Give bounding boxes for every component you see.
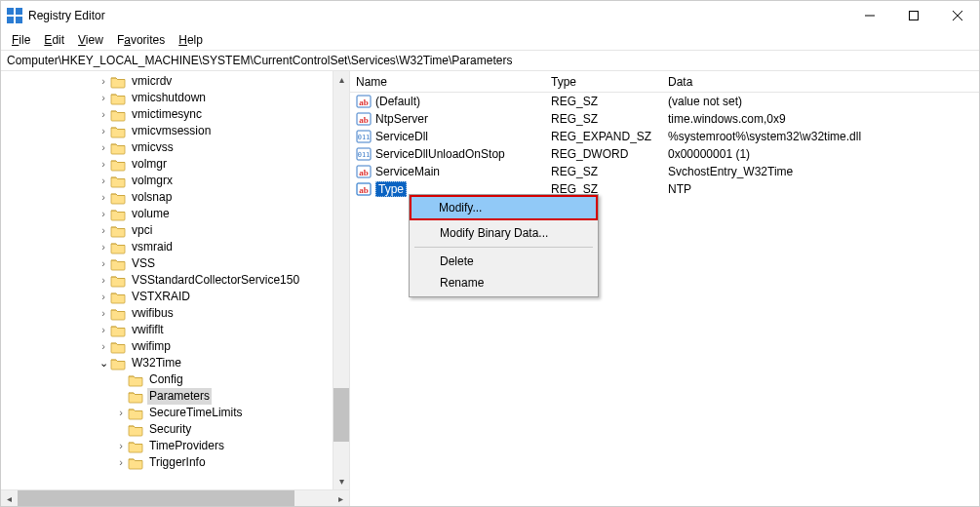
value-name: ServiceDll: [375, 130, 428, 143]
chevron-right-icon[interactable]: ›: [97, 123, 110, 139]
tree-item[interactable]: ›TimeProviders: [1, 438, 333, 454]
tree-item[interactable]: ›VSS: [1, 255, 333, 272]
value-type: REG_SZ: [545, 112, 662, 126]
value-row[interactable]: 011ServiceDllREG_EXPAND_SZ%systemroot%\s…: [350, 128, 979, 145]
value-data: %systemroot%\system32\w32time.dll: [662, 130, 979, 143]
chevron-down-icon[interactable]: ⌄: [97, 355, 110, 371]
scroll-up-button[interactable]: ▴: [333, 71, 349, 88]
menu-view[interactable]: View: [71, 31, 110, 49]
folder-icon: [128, 390, 143, 404]
minimize-button[interactable]: [847, 1, 891, 30]
chevron-right-icon[interactable]: ›: [97, 106, 110, 123]
tree-item[interactable]: ⌄W32Time: [1, 355, 333, 371]
tree-item[interactable]: ›vpci: [1, 222, 333, 239]
tree-item[interactable]: ›vmictimesync: [1, 106, 333, 123]
scroll-down-button[interactable]: ▾: [333, 473, 349, 489]
folder-icon: [128, 423, 143, 437]
menu-file[interactable]: File: [5, 31, 37, 49]
chevron-right-icon[interactable]: ›: [114, 454, 128, 471]
tree-horizontal-scrollbar[interactable]: ◂ ▸: [1, 489, 349, 506]
folder-icon: [110, 158, 126, 172]
chevron-right-icon[interactable]: ›: [97, 338, 110, 355]
chevron-right-icon[interactable]: ›: [97, 222, 110, 239]
tree-item[interactable]: ›TriggerInfo: [1, 454, 333, 471]
chevron-right-icon[interactable]: ›: [97, 272, 110, 289]
tree-item[interactable]: ›SecureTimeLimits: [1, 405, 333, 421]
scroll-thumb[interactable]: [333, 388, 349, 442]
column-name[interactable]: Name: [350, 75, 545, 89]
tree-item-label: vmicshutdown: [130, 90, 208, 106]
tree-item[interactable]: ›vwififlt: [1, 322, 333, 338]
string-value-icon: ab: [356, 111, 372, 127]
chevron-right-icon[interactable]: ›: [114, 405, 128, 421]
tree-item[interactable]: ›volmgr: [1, 156, 333, 173]
scroll-thumb[interactable]: [18, 490, 294, 506]
column-data[interactable]: Data: [662, 75, 979, 89]
values-column-header[interactable]: Name Type Data: [350, 71, 979, 93]
chevron-right-icon[interactable]: ›: [97, 289, 110, 305]
close-button[interactable]: [935, 1, 979, 30]
context-menu-rename[interactable]: Rename: [412, 272, 595, 293]
menu-favorites[interactable]: Favorites: [110, 31, 172, 49]
tree-item-label: VSTXRAID: [130, 289, 192, 305]
tree-item[interactable]: ›vmicvmsession: [1, 123, 333, 139]
tree-item-label: volume: [130, 206, 172, 222]
chevron-right-icon[interactable]: ›: [97, 255, 110, 272]
chevron-right-icon[interactable]: ›: [97, 189, 110, 206]
tree-item[interactable]: ›vmicrdv: [1, 73, 333, 90]
chevron-right-icon[interactable]: ›: [97, 90, 110, 106]
folder-icon: [110, 108, 126, 122]
tree-item[interactable]: ›vwifimp: [1, 338, 333, 355]
registry-tree[interactable]: ›vmicrdv›vmicshutdown›vmictimesync›vmicv…: [1, 71, 333, 473]
value-data: time.windows.com,0x9: [662, 112, 979, 126]
tree-item-label: vwififlt: [130, 322, 166, 338]
chevron-right-icon[interactable]: ›: [114, 438, 128, 454]
chevron-right-icon[interactable]: ›: [97, 139, 110, 156]
column-type[interactable]: Type: [545, 75, 662, 89]
values-list[interactable]: ab(Default)REG_SZ(value not set)abNtpSer…: [350, 93, 979, 506]
tree-item[interactable]: ›volsnap: [1, 189, 333, 206]
folder-icon: [110, 191, 126, 205]
tree-item[interactable]: ›vmicvss: [1, 139, 333, 156]
menu-edit[interactable]: Edit: [37, 31, 71, 49]
scroll-right-button[interactable]: ▸: [333, 490, 349, 506]
chevron-right-icon[interactable]: ›: [97, 173, 110, 189]
tree-vertical-scrollbar[interactable]: ▴ ▾: [333, 71, 349, 489]
chevron-right-icon[interactable]: ›: [97, 73, 110, 90]
tree-item-label: vmicrdv: [130, 73, 174, 90]
value-row[interactable]: abNtpServerREG_SZtime.windows.com,0x9: [350, 110, 979, 128]
tree-item[interactable]: ›VSStandardCollectorService150: [1, 272, 333, 289]
tree-item[interactable]: Parameters: [1, 388, 333, 405]
svg-text:ab: ab: [359, 185, 369, 195]
context-menu-modify-binary[interactable]: Modify Binary Data...: [412, 222, 595, 244]
values-pane: Name Type Data ab(Default)REG_SZ(value n…: [350, 71, 979, 506]
tree-item[interactable]: ›vwifibus: [1, 305, 333, 322]
tree-item-label: vwifimp: [130, 338, 173, 355]
chevron-right-icon[interactable]: ›: [97, 206, 110, 222]
value-row[interactable]: ab(Default)REG_SZ(value not set): [350, 93, 979, 110]
tree-item[interactable]: ›vmicshutdown: [1, 90, 333, 106]
title-bar: Registry Editor: [1, 1, 979, 30]
tree-item[interactable]: Security: [1, 421, 333, 438]
value-row[interactable]: 011ServiceDllUnloadOnStopREG_DWORD0x0000…: [350, 145, 979, 163]
scroll-left-button[interactable]: ◂: [1, 490, 18, 506]
tree-item[interactable]: ›vsmraid: [1, 239, 333, 255]
chevron-right-icon[interactable]: ›: [97, 305, 110, 322]
context-menu-modify[interactable]: Modify...: [412, 197, 596, 218]
tree-item[interactable]: ›VSTXRAID: [1, 289, 333, 305]
chevron-right-icon[interactable]: ›: [97, 322, 110, 338]
menu-help[interactable]: Help: [172, 31, 210, 49]
menu-bar: File Edit View Favorites Help: [1, 30, 979, 50]
chevron-right-icon[interactable]: ›: [97, 156, 110, 173]
folder-icon: [110, 324, 126, 337]
context-menu-delete[interactable]: Delete: [412, 251, 595, 272]
chevron-right-icon[interactable]: ›: [97, 239, 110, 255]
maximize-button[interactable]: [891, 1, 935, 30]
binary-value-icon: 011: [356, 129, 372, 144]
tree-item[interactable]: ›volume: [1, 206, 333, 222]
regedit-app-icon: [7, 8, 22, 23]
value-row[interactable]: abServiceMainREG_SZSvchostEntry_W32Time: [350, 163, 979, 180]
tree-item[interactable]: ›volmgrx: [1, 173, 333, 189]
tree-item[interactable]: Config: [1, 371, 333, 388]
address-bar[interactable]: Computer\HKEY_LOCAL_MACHINE\SYSTEM\Curre…: [1, 50, 979, 71]
